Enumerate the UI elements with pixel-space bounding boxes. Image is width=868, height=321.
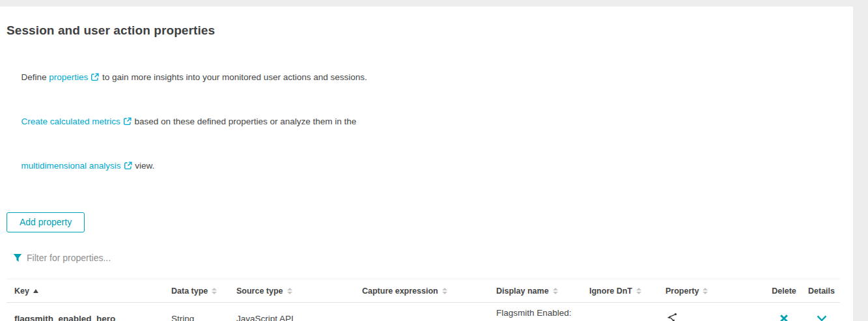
- table-header-row: Key Data type Source type Capture expres…: [7, 279, 840, 303]
- chevron-down-icon[interactable]: [814, 313, 830, 321]
- table-row: flagsmith_enabled_hero String JavaScript…: [7, 303, 840, 321]
- external-link-icon: [91, 72, 99, 86]
- cell-ignore-dnt: [589, 303, 665, 321]
- page-title: Session and user action properties: [7, 23, 853, 38]
- sort-arrows-icon: [636, 288, 641, 294]
- intro-text: Define properties to gain more insights …: [7, 56, 853, 189]
- column-header-delete: Delete: [765, 279, 803, 303]
- column-header-source-type[interactable]: Source type: [236, 279, 362, 303]
- properties-link[interactable]: properties: [49, 72, 100, 82]
- cell-delete: [765, 303, 803, 321]
- cell-property: [665, 303, 765, 321]
- external-link-icon: [123, 116, 132, 130]
- cell-display-name: Flagsmith Enabled: Hero: [496, 303, 589, 321]
- column-header-property[interactable]: Property: [665, 279, 765, 303]
- intro-text-segment: based on these defined properties or ana…: [132, 117, 356, 126]
- add-property-button[interactable]: Add property: [7, 212, 85, 232]
- intro-text-segment: view.: [133, 161, 155, 171]
- column-header-display-name[interactable]: Display name: [496, 279, 589, 303]
- column-header-details: Details: [803, 279, 840, 303]
- column-header-key[interactable]: Key: [7, 279, 171, 303]
- sort-arrows-icon: [287, 288, 292, 294]
- external-link-icon: [124, 160, 132, 174]
- diverging-arrows-icon: [665, 316, 678, 321]
- funnel-icon: [13, 253, 22, 262]
- column-header-capture-expression[interactable]: Capture expression: [362, 279, 496, 303]
- multidimensional-analysis-link[interactable]: multidimensional analysis: [21, 161, 133, 171]
- filter-properties-input[interactable]: [27, 253, 287, 263]
- column-header-ignore-dnt[interactable]: Ignore DnT: [589, 279, 665, 303]
- column-header-data-type[interactable]: Data type: [171, 279, 236, 303]
- cell-source-type: JavaScript API: [236, 303, 362, 321]
- triangle-up-icon: [33, 289, 38, 293]
- create-calculated-metrics-link[interactable]: Create calculated metrics: [21, 117, 132, 126]
- sort-arrows-icon: [703, 288, 708, 294]
- sort-arrows-icon: [442, 288, 447, 294]
- sort-arrows-icon: [553, 288, 558, 294]
- sort-arrows-icon: [212, 288, 217, 294]
- filter-bar: [13, 253, 853, 263]
- content-panel: Session and user action properties Defin…: [0, 7, 853, 321]
- intro-text-segment: to gain more insights into your monitore…: [100, 72, 367, 82]
- cell-details: [803, 303, 840, 321]
- cell-capture-expression: [362, 303, 496, 321]
- intro-text-segment: Define: [21, 72, 49, 82]
- cell-data-type: String: [171, 303, 236, 321]
- cell-key: flagsmith_enabled_hero: [7, 303, 171, 321]
- delete-button[interactable]: [777, 313, 791, 321]
- properties-table: Key Data type Source type Capture expres…: [7, 279, 840, 321]
